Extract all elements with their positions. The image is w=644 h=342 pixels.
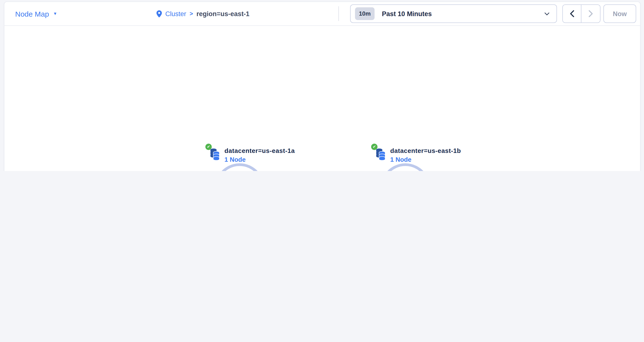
- breadcrumb-cluster-link[interactable]: Cluster: [165, 10, 186, 17]
- datacenter-header: datacenter=us-east-1b 1 Node: [390, 148, 461, 163]
- time-window-badge: 10m: [355, 7, 374, 20]
- datacenter-card[interactable]: ✔ datacenter=us-east-1a 1 Node: [178, 145, 301, 171]
- chevron-down-icon: [544, 12, 550, 15]
- time-nav: [562, 4, 600, 23]
- datacenter-title: datacenter=us-east-1a: [224, 148, 295, 154]
- capacity-gauge-arc: [213, 161, 266, 171]
- database-stack-icon: [376, 149, 386, 161]
- view-selector-label: Node Map: [15, 9, 49, 18]
- toolbar: Node Map ▾ Cluster > region=us-east-1 10…: [4, 2, 640, 26]
- datacenter-header: datacenter=us-east-1a 1 Node: [224, 148, 295, 163]
- breadcrumb-separator: >: [190, 10, 193, 17]
- datacenter-title: datacenter=us-east-1b: [390, 148, 461, 154]
- toolbar-divider: [338, 6, 339, 21]
- time-next-button[interactable]: [582, 5, 600, 22]
- view-selector-dropdown[interactable]: Node Map ▾: [15, 2, 56, 25]
- datacenter-card[interactable]: ✔ datacenter=us-east-1b 1 Node: [344, 145, 466, 171]
- time-window-dropdown[interactable]: 10m Past 10 Minutes: [350, 4, 557, 23]
- time-window-label: Past 10 Minutes: [382, 10, 432, 17]
- chevron-left-icon: [570, 10, 574, 17]
- time-prev-button[interactable]: [563, 5, 582, 22]
- capacity-gauge-arc: [378, 161, 432, 171]
- caret-down-icon: ▾: [54, 11, 56, 16]
- breadcrumb-current: region=us-east-1: [196, 10, 250, 17]
- check-glyph: ✔: [372, 145, 376, 149]
- main-panel: Node Map ▾ Cluster > region=us-east-1 10…: [4, 1, 640, 171]
- database-stack-icon: [210, 149, 220, 161]
- check-glyph: ✔: [207, 145, 210, 149]
- chevron-right-icon: [588, 10, 593, 17]
- time-now-button[interactable]: Now: [604, 4, 636, 23]
- location-pin-icon: [156, 10, 162, 17]
- breadcrumb: Cluster > region=us-east-1: [156, 2, 250, 25]
- node-map-page: Node Map ▾ Cluster > region=us-east-1 10…: [0, 0, 644, 171]
